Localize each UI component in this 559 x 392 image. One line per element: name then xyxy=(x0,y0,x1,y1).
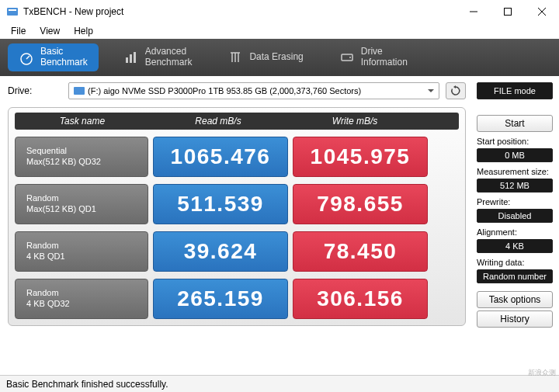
svg-rect-1 xyxy=(9,9,16,11)
menu-file[interactable]: File xyxy=(5,24,32,38)
disk-icon xyxy=(74,87,85,95)
table-row: RandomMax(512 KB) QD1511.539798.655 xyxy=(15,184,459,224)
header-task: Task name xyxy=(15,116,150,127)
header-read: Read mB/s xyxy=(150,116,286,127)
refresh-button[interactable] xyxy=(446,82,466,99)
maximize-button[interactable] xyxy=(491,0,525,23)
svg-rect-9 xyxy=(130,54,132,63)
history-button[interactable]: History xyxy=(477,310,553,328)
svg-rect-0 xyxy=(7,8,18,16)
table-row: SequentialMax(512 KB) QD321065.4761045.9… xyxy=(15,137,459,177)
task-name-line1: Random xyxy=(26,288,148,299)
read-value: 1065.476 xyxy=(153,137,288,177)
tab-drive-information[interactable]: Drive Information xyxy=(328,39,418,76)
status-text: Basic Benchmark finished successfully. xyxy=(6,379,168,390)
app-icon xyxy=(6,5,19,18)
tab-basic-benchmark[interactable]: Basic Benchmark xyxy=(8,43,99,71)
svg-point-12 xyxy=(349,57,351,58)
menu-view[interactable]: View xyxy=(33,24,66,38)
drive-select[interactable]: (F:) aigo NVMe SSD P3000Pro 1TB 953.85 G… xyxy=(68,82,439,99)
write-value: 798.655 xyxy=(293,184,428,224)
tab-bar: Basic Benchmark Advanced Benchmark Data … xyxy=(0,39,559,76)
task-name-line2: 4 KB QD1 xyxy=(26,252,148,262)
task-name-cell[interactable]: Random4 KB QD1 xyxy=(15,231,148,272)
prewrite-value[interactable]: Disabled xyxy=(477,209,553,223)
svg-rect-3 xyxy=(505,9,512,16)
read-value: 511.539 xyxy=(153,184,288,224)
benchmark-panel: Task name Read mB/s Write mB/s Sequentia… xyxy=(8,107,466,326)
drive-label: Drive: xyxy=(8,85,62,96)
table-row: Random4 KB QD32265.159306.156 xyxy=(15,279,459,319)
title-bar: TxBENCH - New project xyxy=(0,0,559,23)
write-value: 1045.975 xyxy=(293,137,428,177)
task-name-line2: Max(512 KB) QD1 xyxy=(26,204,148,215)
tab-data-erasing[interactable]: Data Erasing xyxy=(217,39,314,76)
status-bar: Basic Benchmark finished successfully. xyxy=(0,375,559,392)
writing-data-value[interactable]: Random number xyxy=(477,269,553,283)
menu-help[interactable]: Help xyxy=(68,24,99,38)
start-position-value[interactable]: 0 MB xyxy=(477,148,553,162)
write-value: 306.156 xyxy=(293,279,428,319)
sidebar: FILE mode Start Start position: 0 MB Mea… xyxy=(474,76,559,375)
start-button[interactable]: Start xyxy=(477,115,553,132)
task-name-line2: 4 KB QD32 xyxy=(26,299,148,310)
tab-advanced-benchmark[interactable]: Advanced Benchmark xyxy=(113,39,203,76)
alignment-label: Alignment: xyxy=(477,227,553,237)
file-mode-button[interactable]: FILE mode xyxy=(477,82,553,99)
table-row: Random4 KB QD139.62478.450 xyxy=(15,231,459,272)
tab-label: Basic Benchmark xyxy=(40,47,88,68)
tab-label: Advanced Benchmark xyxy=(145,47,193,68)
watermark: 新浪众测 xyxy=(528,369,556,376)
svg-line-7 xyxy=(26,56,30,59)
task-name-line1: Sequential xyxy=(26,146,148,157)
erase-icon xyxy=(227,50,243,65)
read-value: 265.159 xyxy=(153,279,288,319)
drive-selected-text: (F:) aigo NVMe SSD P3000Pro 1TB 953.85 G… xyxy=(88,86,361,95)
task-name-line1: Random xyxy=(26,241,148,252)
write-value: 78.450 xyxy=(293,231,428,272)
task-name-cell[interactable]: RandomMax(512 KB) QD1 xyxy=(15,184,148,224)
close-button[interactable] xyxy=(525,0,559,23)
read-value: 39.624 xyxy=(153,231,288,272)
refresh-icon xyxy=(450,85,461,96)
menu-bar: File View Help xyxy=(0,23,559,39)
header-write: Write mB/s xyxy=(286,116,423,127)
minimize-button[interactable] xyxy=(457,0,491,23)
task-name-line2: Max(512 KB) QD32 xyxy=(26,157,148,168)
bars-icon xyxy=(123,50,139,65)
task-name-cell[interactable]: SequentialMax(512 KB) QD32 xyxy=(15,137,148,177)
svg-rect-10 xyxy=(134,52,136,63)
svg-rect-8 xyxy=(126,57,128,63)
tab-label: Drive Information xyxy=(361,47,408,68)
tab-label: Data Erasing xyxy=(249,52,303,63)
writing-data-label: Writing data: xyxy=(477,258,553,267)
window-title: TxBENCH - New project xyxy=(23,6,457,17)
task-name-line1: Random xyxy=(26,193,148,204)
measurement-size-label: Measurement size: xyxy=(477,167,553,176)
task-name-cell[interactable]: Random4 KB QD32 xyxy=(15,279,148,319)
gauge-icon xyxy=(19,50,34,65)
alignment-value[interactable]: 4 KB xyxy=(477,239,553,253)
drive-icon xyxy=(339,50,355,65)
measurement-size-value[interactable]: 512 MB xyxy=(477,179,553,193)
table-header: Task name Read mB/s Write mB/s xyxy=(15,113,459,130)
start-position-label: Start position: xyxy=(477,137,553,146)
prewrite-label: Prewrite: xyxy=(477,197,553,206)
task-options-button[interactable]: Task options xyxy=(477,291,553,308)
